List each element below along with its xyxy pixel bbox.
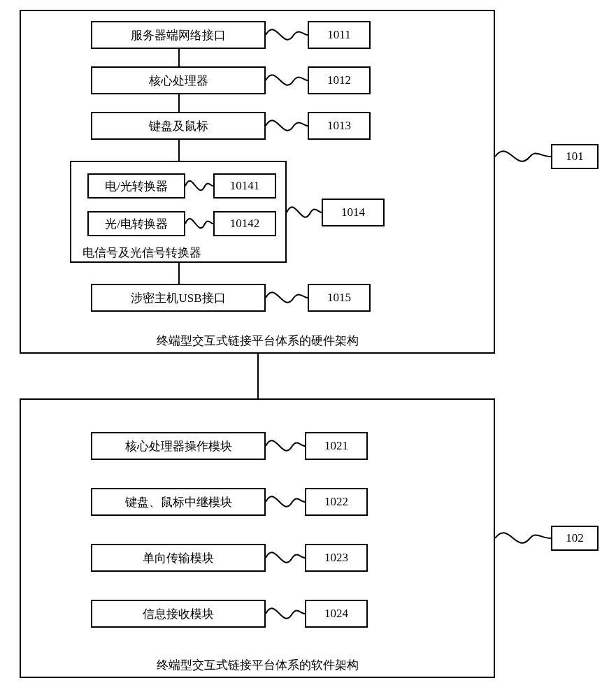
sw-id-1021: 1021 (305, 432, 368, 460)
sw-item-1021-label: 核心处理器操作模块 (125, 438, 232, 454)
hw-sub-id-10141: 10141 (213, 173, 276, 199)
hw-item-1012-label: 核心处理器 (149, 73, 208, 89)
connector-1015 (266, 285, 308, 310)
connector-10142 (185, 211, 213, 236)
hw-id-1012: 1012 (308, 66, 371, 94)
hw-sub-10141: 电/光转换器 (87, 173, 185, 199)
link-1011-1012 (178, 49, 180, 66)
connector-1022 (266, 489, 305, 514)
connector-1024 (266, 601, 305, 626)
hw-id-1012-text: 1012 (327, 73, 351, 87)
sw-id-1022: 1022 (305, 488, 368, 516)
hw-sub-10142-label: 光/电转换器 (105, 216, 168, 232)
sw-id-1023: 1023 (305, 544, 368, 572)
sw-id-1022-text: 1022 (324, 495, 348, 509)
hw-sub-id-10141-text: 10141 (230, 179, 260, 193)
connector-1011 (266, 22, 308, 48)
hardware-block-id: 101 (551, 144, 599, 169)
hw-item-1013: 键盘及鼠标 (91, 112, 266, 140)
hw-id-1015: 1015 (308, 284, 371, 312)
sw-item-1022: 键盘、鼠标中继模块 (91, 488, 266, 516)
software-block-id-text: 102 (566, 531, 584, 545)
link-hardware-software (257, 354, 259, 398)
hw-sub-id-10142: 10142 (213, 211, 276, 236)
sw-item-1021: 核心处理器操作模块 (91, 432, 266, 460)
hardware-caption: 终端型交互式链接平台体系的硬件架构 (20, 333, 495, 349)
hw-item-1015-label: 涉密主机USB接口 (131, 290, 225, 306)
sw-id-1024: 1024 (305, 600, 368, 628)
hw-sub-10141-label: 电/光转换器 (105, 178, 168, 194)
hw-id-1014-text: 1014 (341, 206, 365, 219)
hw-sub-id-10142-text: 10142 (230, 217, 260, 231)
hardware-block-id-text: 101 (566, 150, 584, 164)
sw-item-1023-label: 单向传输模块 (143, 550, 214, 566)
connector-10141 (185, 173, 213, 199)
connector-1021 (266, 433, 305, 459)
hw-item-1011-label: 服务器端网络接口 (131, 27, 226, 43)
sw-id-1024-text: 1024 (324, 607, 348, 621)
connector-1014 (287, 200, 322, 225)
connector-1023 (266, 545, 305, 570)
hw-item-1014-label: 电信号及光信号转换器 (83, 245, 201, 261)
software-block-id: 102 (551, 526, 599, 551)
sw-item-1022-label: 键盘、鼠标中继模块 (125, 494, 232, 510)
hw-id-1013: 1013 (308, 112, 371, 140)
connector-hardware-id (495, 144, 551, 169)
connector-software-id (495, 526, 551, 551)
hw-item-1012: 核心处理器 (91, 66, 266, 94)
hw-id-1011: 1011 (308, 21, 371, 49)
hw-id-1011-text: 1011 (327, 28, 350, 42)
hw-id-1014: 1014 (322, 199, 385, 226)
link-1013-1014 (178, 140, 180, 161)
sw-item-1024-label: 信息接收模块 (143, 606, 214, 622)
sw-item-1023: 单向传输模块 (91, 544, 266, 572)
hw-item-1015: 涉密主机USB接口 (91, 284, 266, 312)
hw-id-1015-text: 1015 (327, 291, 351, 305)
link-1012-1013 (178, 94, 180, 112)
connector-1013 (266, 113, 308, 138)
connector-1012 (266, 68, 308, 93)
hw-sub-10142: 光/电转换器 (87, 211, 185, 236)
sw-id-1021-text: 1021 (324, 439, 348, 453)
hw-id-1013-text: 1013 (327, 119, 351, 133)
sw-id-1023-text: 1023 (324, 551, 348, 565)
hw-item-1011: 服务器端网络接口 (91, 21, 266, 49)
hw-item-1013-label: 键盘及鼠标 (149, 118, 208, 134)
software-caption: 终端型交互式链接平台体系的软件架构 (20, 657, 495, 673)
sw-item-1024: 信息接收模块 (91, 600, 266, 628)
link-1014-1015 (178, 263, 180, 284)
